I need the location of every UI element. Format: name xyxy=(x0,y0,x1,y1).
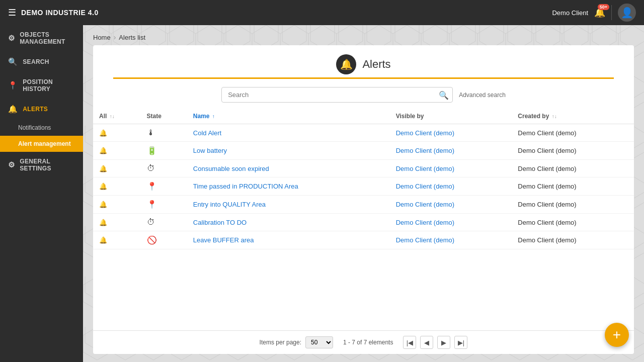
alerts-icon: 🔔 xyxy=(8,105,18,114)
sidebar-item-label: Position History xyxy=(23,78,75,93)
main-layout: ⚙ Objects Management 🔍 Search 📍 Position… xyxy=(0,25,644,362)
objects-management-icon: ⚙ xyxy=(8,34,15,43)
pag-first-button[interactable]: |◀ xyxy=(403,336,416,349)
topbar-divider xyxy=(611,5,612,20)
row-name[interactable]: Consumable soon expired xyxy=(187,160,390,177)
table-row: 🔔 🚫 Leave BUFFER area Demo Client (demo)… xyxy=(93,231,634,249)
topbar: ☰ DEMO INDUSTRIE 4.0 Demo Client 🔔 50+ 👤 xyxy=(0,0,644,25)
avatar-button[interactable]: 👤 xyxy=(618,4,636,22)
alerts-title: Alerts xyxy=(362,58,390,71)
row-bell-icon: 🔔 xyxy=(93,231,141,249)
row-created-by: Demo Client (demo) xyxy=(512,142,634,160)
fab-add-button[interactable]: + xyxy=(605,323,629,347)
sidebar-item-search[interactable]: 🔍 Search xyxy=(0,51,83,72)
position-history-icon: 📍 xyxy=(8,81,18,90)
row-visible-by[interactable]: Demo Client (demo) xyxy=(390,196,512,214)
row-state-icon: 📍 xyxy=(141,196,187,214)
row-bell-icon: 🔔 xyxy=(93,214,141,231)
row-name[interactable]: Entry into QUALITY Area xyxy=(187,196,390,214)
row-created-by: Demo Client (demo) xyxy=(512,231,634,249)
advanced-search-link[interactable]: Advanced search xyxy=(459,92,506,99)
table-wrap: All ↑↓ State Name ↑ xyxy=(93,109,634,330)
alerts-table: All ↑↓ State Name ↑ xyxy=(93,109,634,249)
hamburger-icon[interactable]: ☰ xyxy=(8,7,16,18)
row-bell-icon: 🔔 xyxy=(93,142,141,160)
search-button[interactable]: 🔍 xyxy=(439,90,449,100)
sidebar-item-label: Objects Management xyxy=(20,31,75,45)
breadcrumb-home[interactable]: Home xyxy=(93,34,111,41)
sidebar-sub-alert-management[interactable]: Alert management xyxy=(0,136,83,152)
col-all[interactable]: All ↑↓ xyxy=(93,109,141,124)
row-bell-icon: 🔔 xyxy=(93,160,141,177)
row-name[interactable]: Low battery xyxy=(187,142,390,160)
row-state-icon: 🚫 xyxy=(141,231,187,249)
pag-prev-button[interactable]: ◀ xyxy=(420,336,433,349)
sort-icon-name: ↑ xyxy=(212,114,215,119)
row-visible-by[interactable]: Demo Client (demo) xyxy=(390,124,512,142)
notifications-button[interactable]: 🔔 50+ xyxy=(594,7,605,18)
per-page-select[interactable]: 50 25 100 xyxy=(305,336,333,348)
row-name[interactable]: Time passed in PRODUCTION Area xyxy=(187,177,390,196)
sidebar-item-label: Search xyxy=(23,58,49,65)
pag-last-button[interactable]: ▶| xyxy=(454,336,467,349)
row-name[interactable]: Cold Alert xyxy=(187,124,390,142)
row-name[interactable]: Leave BUFFER area xyxy=(187,231,390,249)
brand-name: DEMO INDUSTRIE 4.0 xyxy=(21,9,99,17)
alerts-bell-icon: 🔔 xyxy=(336,54,356,74)
col-visible-by[interactable]: Visible by xyxy=(390,109,512,124)
per-page-label: Items per page: xyxy=(260,339,301,346)
breadcrumb: Home › Alerts list xyxy=(93,33,634,41)
sidebar-item-label: General Settings xyxy=(20,158,75,172)
search-input[interactable] xyxy=(221,87,453,103)
topbar-left: ☰ DEMO INDUSTRIE 4.0 xyxy=(8,7,99,18)
col-state[interactable]: State xyxy=(141,109,187,124)
table-row: 🔔 ⏱ Consumable soon expired Demo Client … xyxy=(93,160,634,177)
sidebar-item-alerts[interactable]: 🔔 Alerts xyxy=(0,99,83,120)
row-bell-icon: 🔔 xyxy=(93,196,141,214)
page-count: 1 - 7 of 7 elements xyxy=(343,339,393,346)
row-visible-by[interactable]: Demo Client (demo) xyxy=(390,231,512,249)
alerts-card: 🔔 Alerts 🔍 Advanced search xyxy=(93,45,634,354)
sort-icon-created: ↑↓ xyxy=(552,114,557,119)
col-name[interactable]: Name ↑ xyxy=(187,109,390,124)
alerts-header: 🔔 Alerts xyxy=(113,45,614,79)
sidebar-item-position-history[interactable]: 📍 Position History xyxy=(0,72,83,99)
table-body: 🔔 🌡 Cold Alert Demo Client (demo) Demo C… xyxy=(93,124,634,249)
row-created-by: Demo Client (demo) xyxy=(512,124,634,142)
breadcrumb-current: Alerts list xyxy=(119,34,145,41)
row-visible-by[interactable]: Demo Client (demo) xyxy=(390,177,512,196)
sort-icon-all: ↑↓ xyxy=(110,114,115,119)
sidebar-item-objects-management[interactable]: ⚙ Objects Management xyxy=(0,25,83,51)
row-bell-icon: 🔔 xyxy=(93,124,141,142)
row-name[interactable]: Calibration TO DO xyxy=(187,214,390,231)
table-header: All ↑↓ State Name ↑ xyxy=(93,109,634,124)
topbar-username: Demo Client xyxy=(552,9,588,17)
row-created-by: Demo Client (demo) xyxy=(512,214,634,231)
content-inner: Home › Alerts list 🔔 Alerts 🔍 Advanc xyxy=(83,25,644,362)
row-state-icon: 🌡 xyxy=(141,124,187,142)
breadcrumb-separator: › xyxy=(114,33,116,41)
row-state-icon: ⏱ xyxy=(141,160,187,177)
content-area: Home › Alerts list 🔔 Alerts 🔍 Advanc xyxy=(83,25,644,362)
row-visible-by[interactable]: Demo Client (demo) xyxy=(390,160,512,177)
table-row: 🔔 🌡 Cold Alert Demo Client (demo) Demo C… xyxy=(93,124,634,142)
general-settings-icon: ⚙ xyxy=(8,160,15,169)
row-created-by: Demo Client (demo) xyxy=(512,196,634,214)
table-row: 🔔 📍 Time passed in PRODUCTION Area Demo … xyxy=(93,177,634,196)
sidebar-item-label: Alerts xyxy=(23,106,48,113)
sidebar-sub-notifications[interactable]: Notifications xyxy=(0,120,83,136)
pagination-bar: Items per page: 50 25 100 1 - 7 of 7 ele… xyxy=(93,330,634,354)
search-input-wrap: 🔍 xyxy=(221,87,453,103)
table-row: 🔔 📍 Entry into QUALITY Area Demo Client … xyxy=(93,196,634,214)
row-visible-by[interactable]: Demo Client (demo) xyxy=(390,142,512,160)
topbar-right: Demo Client 🔔 50+ 👤 xyxy=(552,4,636,22)
sidebar-sub-menu: Notifications Alert management xyxy=(0,120,83,152)
pag-next-button[interactable]: ▶ xyxy=(437,336,450,349)
row-state-icon: ⏱ xyxy=(141,214,187,231)
row-visible-by[interactable]: Demo Client (demo) xyxy=(390,214,512,231)
sidebar-item-general-settings[interactable]: ⚙ General Settings xyxy=(0,152,83,178)
row-state-icon: 📍 xyxy=(141,177,187,196)
row-created-by: Demo Client (demo) xyxy=(512,177,634,196)
col-created-by[interactable]: Created by ↑↓ xyxy=(512,109,634,124)
table-row: 🔔 ⏱ Calibration TO DO Demo Client (demo)… xyxy=(93,214,634,231)
